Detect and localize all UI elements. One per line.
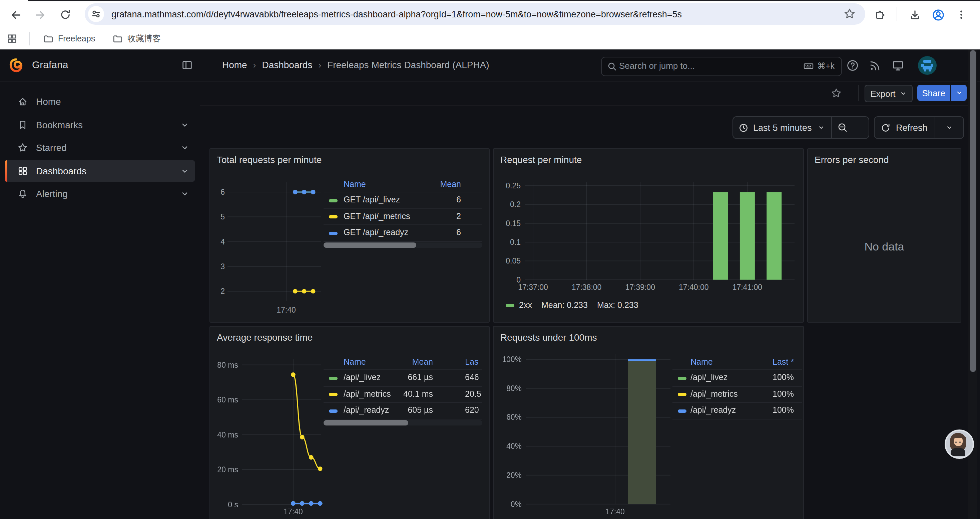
refresh-button[interactable] — [875, 123, 896, 133]
legend-header-name[interactable]: Name — [344, 355, 366, 369]
sidebar-item-home[interactable]: Home — [5, 91, 195, 112]
sidebar-item-bookmarks[interactable]: Bookmarks — [5, 114, 195, 135]
legend-scrollbar-thumb[interactable] — [323, 420, 408, 425]
sidebar-item-expand[interactable] — [180, 120, 189, 129]
search-input[interactable] — [619, 57, 773, 74]
refresh-label[interactable]: Refresh — [896, 123, 928, 133]
time-picker-button[interactable] — [733, 123, 753, 133]
clock-icon — [738, 123, 748, 133]
forward-button[interactable] — [31, 5, 49, 24]
bookmarks-bar: Freeleaps 收藏博客 — [0, 28, 980, 50]
display-button[interactable] — [892, 59, 904, 72]
sidebar-item-expand[interactable] — [180, 166, 189, 175]
sidebar-item-alerting[interactable]: Alerting — [5, 183, 195, 204]
help-button[interactable] — [846, 59, 859, 72]
sidebar-item-expand[interactable] — [180, 189, 189, 198]
legend-row: /api/_metrics40.1 ms20.5 r — [323, 386, 482, 402]
series-swatch — [678, 409, 686, 412]
legend-mean: Mean: 0.233 — [541, 300, 588, 310]
time-range-label[interactable]: Last 5 minutes — [753, 123, 812, 133]
sidebar-item-label: Alerting — [36, 188, 68, 199]
profile-button[interactable] — [929, 5, 947, 24]
panel-title[interactable]: Errors per second — [815, 154, 889, 165]
legend-series-name[interactable]: /api/_readyz — [690, 403, 736, 418]
assistant-avatar[interactable] — [945, 430, 974, 459]
breadcrumb-dashboards[interactable]: Dashboards — [262, 59, 312, 70]
search-box[interactable]: ⌘+k — [601, 57, 842, 76]
legend-series-2xx[interactable]: 2xx — [506, 300, 532, 310]
legend-value-last: 100% — [773, 403, 794, 418]
legend-header-last[interactable]: Las — [465, 355, 482, 369]
share-menu-button[interactable] — [951, 85, 967, 101]
legend-value-mean: 40.1 ms — [403, 386, 433, 402]
apps-grid-button[interactable] — [7, 34, 18, 47]
legend-series-name[interactable]: GET /api/_metrics — [344, 209, 410, 224]
legend-series-name[interactable]: /api/_livez — [344, 370, 380, 386]
bookmark-folder-blogs[interactable]: 收藏博客 — [107, 31, 166, 47]
legend-value-mean: 661 µs — [407, 370, 433, 386]
sidebar-nav: HomeBookmarksStarredDashboardsAlerting — [0, 81, 200, 519]
legend-series-name[interactable]: /api/_readyz — [344, 403, 389, 418]
downloads-button[interactable] — [905, 5, 924, 24]
address-bar[interactable] — [85, 3, 865, 25]
site-settings-icon — [91, 10, 101, 19]
user-avatar[interactable] — [918, 56, 937, 75]
legend-header-mean[interactable]: Mean — [412, 355, 433, 369]
home-icon — [18, 96, 28, 107]
breadcrumb-home[interactable]: Home — [222, 59, 247, 70]
sidebar-item-dashboards[interactable]: Dashboards — [5, 160, 195, 181]
reload-button[interactable] — [56, 5, 75, 24]
back-button[interactable] — [6, 5, 25, 24]
svg-text:0.1: 0.1 — [510, 238, 521, 246]
refresh-interval-button[interactable] — [935, 124, 963, 131]
sidebar-item-label: Starred — [36, 142, 67, 153]
legend-header: NameLast * — [673, 355, 802, 369]
share-button[interactable]: Share — [917, 85, 950, 101]
panel-average-response-time: Average response time 80 ms60 ms40 ms20 … — [210, 326, 490, 519]
browser-menu-button[interactable] — [952, 5, 970, 24]
screen: Freeleaps 收藏博客 Grafana — [0, 0, 980, 519]
grafana-logo[interactable] — [8, 57, 24, 76]
site-info-button[interactable] — [88, 6, 104, 22]
bookmark-folder-freeleaps[interactable]: Freeleaps — [37, 31, 100, 47]
legend-series-name[interactable]: /api/_metrics — [344, 386, 391, 402]
star-icon — [843, 7, 856, 20]
avatar-hair-left — [950, 437, 953, 447]
legend-series-name[interactable]: GET /api/_readyz — [344, 225, 408, 241]
legend-series-name[interactable]: /api/_livez — [690, 370, 727, 386]
extensions-button[interactable] — [870, 5, 889, 24]
avatar-eye — [959, 441, 961, 443]
legend-header-name[interactable]: Name — [690, 355, 713, 369]
url-input[interactable] — [111, 3, 838, 25]
legend-value-last: 646 — [465, 370, 482, 386]
svg-text:17:40:00: 17:40:00 — [679, 283, 709, 292]
legend-scrollbar-thumb[interactable] — [323, 242, 416, 248]
bookmark-star-button[interactable] — [843, 7, 856, 23]
legend-series-name[interactable]: /api/_metrics — [690, 386, 738, 402]
svg-text:0%: 0% — [511, 500, 522, 509]
svg-text:40 ms: 40 ms — [217, 431, 238, 439]
dock-menu-button[interactable] — [181, 59, 193, 71]
export-button[interactable]: Export — [865, 85, 913, 102]
page-scrollbar-thumb[interactable] — [970, 50, 976, 372]
legend-header-mean[interactable]: Mean — [440, 177, 461, 192]
svg-text:0.05: 0.05 — [506, 257, 521, 265]
star-icon — [830, 88, 842, 99]
sidebar-item-starred[interactable]: Starred — [5, 137, 195, 158]
avatar-bangs — [953, 433, 963, 438]
breadcrumb-current: Freeleaps Metrics Dashboard (ALPHA) — [327, 59, 489, 70]
breadcrumb: Home › Dashboards › Freeleaps Metrics Da… — [222, 59, 489, 70]
news-button[interactable] — [869, 59, 881, 72]
panel-requests-under-100ms: Requests under 100ms 100%80%60%40%20%0%1… — [493, 326, 804, 519]
chevron-down-icon — [956, 89, 963, 96]
legend-series-name[interactable]: GET /api/_livez — [344, 192, 400, 208]
zoom-out-time-button[interactable] — [832, 122, 854, 133]
brand-name: Grafana — [32, 59, 68, 70]
legend-header-name[interactable]: Name — [344, 177, 366, 192]
sidebar-item-expand[interactable] — [180, 143, 189, 152]
legend-header-last[interactable]: Last * — [773, 355, 794, 369]
bookmark-label: 收藏博客 — [127, 33, 161, 45]
favorite-dashboard-button[interactable] — [830, 88, 842, 99]
legend-header: NameMeanLas — [323, 355, 482, 369]
folder-icon — [43, 33, 54, 45]
